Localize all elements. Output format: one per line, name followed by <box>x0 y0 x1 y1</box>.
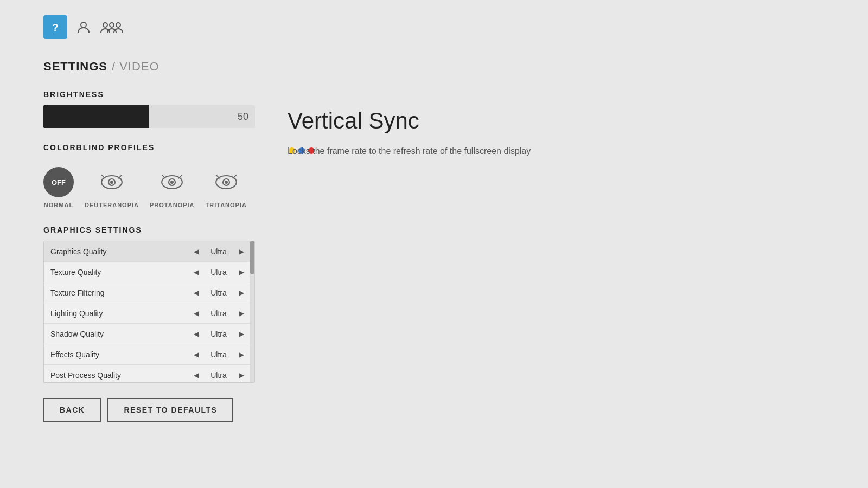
breadcrumb-separator: / <box>112 60 115 74</box>
lighting-quality-arrow-left[interactable]: ◀ <box>189 307 202 320</box>
protanopia-eye-icon <box>159 171 185 193</box>
effects-quality-label: Effects Quality <box>50 350 189 359</box>
brightness-value: 50 <box>238 111 248 123</box>
texture-filtering-label: Texture Filtering <box>50 288 189 297</box>
svg-point-4 <box>110 23 114 27</box>
graphics-section: GRAPHICS SETTINGS Graphics Quality ◀ Ult… <box>43 226 315 383</box>
help-nav-icon[interactable]: ? <box>43 15 67 39</box>
post-process-quality-label: Post Process Quality <box>50 371 189 380</box>
breadcrumb: SETTINGS / VIDEO <box>43 60 315 74</box>
texture-quality-arrow-left[interactable]: ◀ <box>189 266 202 279</box>
texture-quality-row[interactable]: Texture Quality ◀ Ultra ▶ <box>44 262 254 282</box>
colorblind-label: COLORBLIND PROFILES <box>43 143 155 152</box>
colorblind-protanopia[interactable]: PROTANOPIA <box>150 167 195 208</box>
colorblind-tritanopia[interactable]: TRITANOPIA <box>206 167 247 208</box>
brightness-label: BRIGHTNESS <box>43 90 315 99</box>
lighting-quality-value: Ultra <box>202 309 235 318</box>
texture-filtering-row[interactable]: Texture Filtering ◀ Ultra ▶ <box>44 282 254 303</box>
lighting-quality-row[interactable]: Lighting Quality ◀ Ultra ▶ <box>44 303 254 324</box>
scrollbar-track[interactable] <box>250 241 254 382</box>
post-process-quality-arrow-right[interactable]: ▶ <box>235 369 248 382</box>
settings-list-inner: Graphics Quality ◀ Ultra ▶ Texture Quali… <box>44 241 254 382</box>
off-button: OFF <box>43 167 74 197</box>
graphics-quality-arrow-right[interactable]: ▶ <box>235 245 248 258</box>
colorblind-protanopia-label: PROTANOPIA <box>150 202 195 208</box>
effects-quality-arrow-right[interactable]: ▶ <box>235 348 248 361</box>
settings-list: Graphics Quality ◀ Ultra ▶ Texture Quali… <box>43 241 255 383</box>
graphics-quality-row[interactable]: Graphics Quality ◀ Ultra ▶ <box>44 241 254 262</box>
reset-button[interactable]: RESET TO DEFAULTS <box>107 398 233 422</box>
texture-quality-arrow-right[interactable]: ▶ <box>235 266 248 279</box>
svg-point-11 <box>171 181 173 183</box>
colorblind-normal[interactable]: OFF NORMAL <box>43 167 74 208</box>
info-description: Locks the frame rate to the refresh rate… <box>288 144 559 158</box>
shadow-quality-arrow-left[interactable]: ◀ <box>189 328 202 341</box>
svg-point-2 <box>81 22 86 28</box>
normal-icon-container: OFF <box>43 167 74 197</box>
svg-point-8 <box>111 181 113 183</box>
colorblind-section: COLORBLIND PROFILES OFF NORMAL <box>43 143 315 208</box>
shadow-quality-arrow-right[interactable]: ▶ <box>235 328 248 341</box>
colorblind-deuteranopia-label: DEUTERANOPIA <box>85 202 139 208</box>
svg-text:?: ? <box>53 22 59 33</box>
group-nav-icon[interactable] <box>100 15 124 39</box>
colorblind-deuteranopia[interactable]: DEUTERANOPIA <box>85 167 139 208</box>
protanopia-icon-container <box>157 167 187 197</box>
shadow-quality-value: Ultra <box>202 330 235 338</box>
bottom-buttons: BACK RESET TO DEFAULTS <box>43 398 315 422</box>
post-process-quality-row[interactable]: Post Process Quality ◀ Ultra ▶ <box>44 365 254 382</box>
texture-quality-label: Texture Quality <box>50 268 189 277</box>
right-panel: Vertical Sync Locks the frame rate to th… <box>288 108 559 158</box>
lighting-quality-label: Lighting Quality <box>50 309 189 318</box>
post-process-quality-value: Ultra <box>202 371 235 380</box>
colorblind-normal-label: NORMAL <box>44 202 73 208</box>
texture-filtering-value: Ultra <box>202 288 235 297</box>
colorblind-tritanopia-label: TRITANOPIA <box>206 202 247 208</box>
svg-point-5 <box>116 23 120 27</box>
graphics-quality-value: Ultra <box>202 247 235 256</box>
profile-nav-icon[interactable] <box>72 15 95 39</box>
deuteranopia-icon-container <box>97 167 127 197</box>
tritanopia-eye-icon <box>213 171 239 193</box>
texture-filtering-arrow-right[interactable]: ▶ <box>235 286 248 299</box>
shadow-quality-row[interactable]: Shadow Quality ◀ Ultra ▶ <box>44 324 254 344</box>
tritanopia-icon-container <box>211 167 241 197</box>
scrollbar-thumb[interactable] <box>250 241 254 274</box>
colorblind-options: OFF NORMAL DEUTERANOPIA <box>43 167 315 208</box>
brightness-fill <box>43 105 149 128</box>
effects-quality-row[interactable]: Effects Quality ◀ Ultra ▶ <box>44 344 254 365</box>
effects-quality-value: Ultra <box>202 350 235 359</box>
breadcrumb-settings: SETTINGS <box>43 60 107 74</box>
lighting-quality-arrow-right[interactable]: ▶ <box>235 307 248 320</box>
info-title: Vertical Sync <box>288 108 559 133</box>
effects-quality-arrow-left[interactable]: ◀ <box>189 348 202 361</box>
texture-filtering-arrow-left[interactable]: ◀ <box>189 286 202 299</box>
graphics-quality-label: Graphics Quality <box>50 247 189 256</box>
graphics-quality-arrow-left[interactable]: ◀ <box>189 245 202 258</box>
main-content: SETTINGS / VIDEO BRIGHTNESS 50 COLORBLIN… <box>43 60 315 422</box>
colorblind-header: COLORBLIND PROFILES <box>43 143 315 158</box>
svg-point-14 <box>225 181 227 183</box>
breadcrumb-video: VIDEO <box>119 60 159 74</box>
deuteranopia-eye-icon <box>99 171 125 193</box>
top-nav: ? <box>43 15 124 39</box>
brightness-slider[interactable]: 50 <box>43 105 255 128</box>
shadow-quality-label: Shadow Quality <box>50 330 189 338</box>
svg-point-3 <box>103 23 107 27</box>
graphics-label: GRAPHICS SETTINGS <box>43 226 315 234</box>
post-process-quality-arrow-left[interactable]: ◀ <box>189 369 202 382</box>
texture-quality-value: Ultra <box>202 268 235 277</box>
back-button[interactable]: BACK <box>43 398 101 422</box>
